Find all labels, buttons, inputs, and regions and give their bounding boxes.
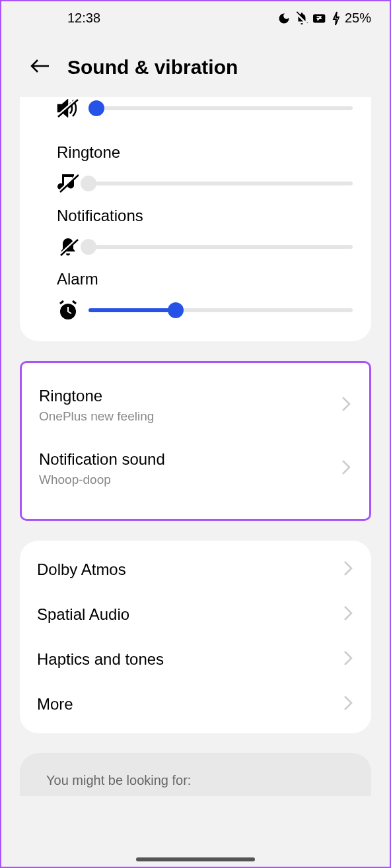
spatial-label: Spatial Audio — [37, 605, 129, 624]
nav-bar-indicator[interactable] — [136, 857, 255, 861]
ringtone-subtitle: OnePlus new feeling — [39, 409, 341, 424]
chevron-right-icon — [343, 695, 353, 714]
page-title: Sound & vibration — [67, 56, 238, 79]
alarm-clock-icon — [57, 299, 79, 321]
alarm-slider-group: Alarm — [57, 258, 353, 321]
back-arrow-icon[interactable] — [30, 58, 50, 77]
bell-off-icon — [295, 11, 309, 26]
notification-sound-item[interactable]: Notification sound Whoop-doop — [22, 437, 369, 500]
media-slider-row — [57, 97, 353, 131]
haptics-label: Haptics and tones — [37, 650, 164, 669]
more-label: More — [37, 695, 73, 714]
alarm-volume-slider[interactable] — [89, 308, 353, 312]
music-off-icon — [57, 172, 79, 195]
ringtone-slider-group: Ringtone — [57, 131, 353, 195]
footer-hint-text: You might be looking for: — [46, 773, 191, 787]
notification-sound-subtitle: Whoop-doop — [39, 473, 341, 487]
dolby-label: Dolby Atmos — [37, 560, 126, 579]
bell-off-icon — [57, 236, 79, 258]
ringtone-volume-slider[interactable] — [89, 182, 353, 185]
chevron-right-icon — [343, 605, 353, 624]
volume-off-icon — [57, 97, 79, 119]
spatial-audio-item[interactable]: Spatial Audio — [20, 592, 371, 637]
svg-line-11 — [73, 301, 76, 304]
status-bar: 12:38 25% — [1, 1, 390, 32]
chevron-right-icon — [341, 396, 351, 415]
volume-sliders-card: Ringtone Notifications Alarm — [20, 97, 371, 341]
alarm-label: Alarm — [57, 270, 353, 288]
ringtone-label: Ringtone — [57, 143, 353, 162]
dolby-atmos-item[interactable]: Dolby Atmos — [20, 547, 371, 592]
ringtone-item[interactable]: Ringtone OnePlus new feeling — [22, 374, 369, 437]
battery-saver-icon — [313, 13, 328, 24]
battery-percentage: 25% — [345, 11, 371, 26]
status-time: 12:38 — [67, 11, 100, 26]
svg-line-10 — [60, 301, 63, 304]
moon-icon — [277, 12, 291, 25]
ringtone-title: Ringtone — [39, 387, 341, 405]
haptics-tones-item[interactable]: Haptics and tones — [20, 637, 371, 682]
app-header: Sound & vibration — [1, 32, 390, 97]
notifications-label: Notifications — [57, 207, 353, 225]
chevron-right-icon — [343, 560, 353, 579]
more-item[interactable]: More — [20, 682, 371, 727]
sounds-card: Ringtone OnePlus new feeling Notificatio… — [20, 361, 371, 521]
chevron-right-icon — [343, 650, 353, 669]
chevron-right-icon — [341, 459, 351, 478]
status-icons: 25% — [277, 11, 371, 26]
footer-hint: You might be looking for: — [20, 753, 371, 796]
notifications-slider-group: Notifications — [57, 195, 353, 258]
charging-icon — [332, 11, 341, 26]
options-card: Dolby Atmos Spatial Audio Haptics and to… — [20, 541, 371, 733]
notifications-volume-slider[interactable] — [89, 245, 353, 249]
media-volume-slider[interactable] — [89, 106, 353, 110]
notification-sound-title: Notification sound — [39, 450, 341, 469]
